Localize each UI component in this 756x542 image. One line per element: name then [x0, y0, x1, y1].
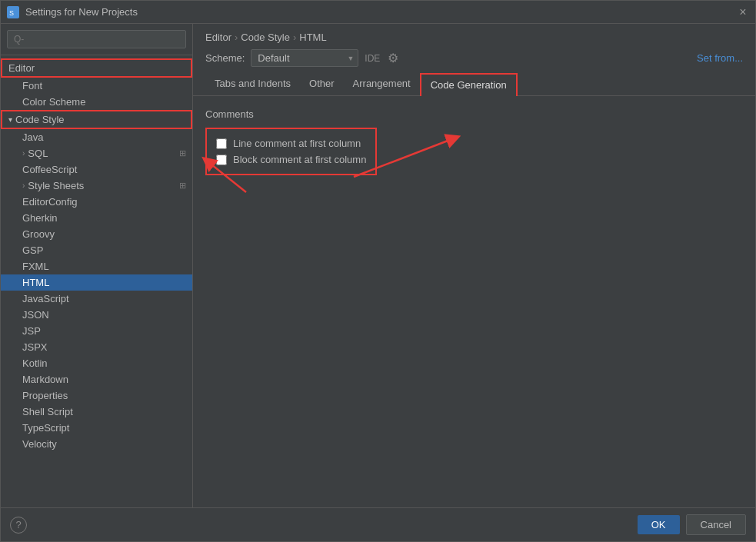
scheme-ide-badge: IDE — [365, 53, 380, 64]
close-button[interactable]: × — [737, 6, 749, 18]
sql-icon: ⊞ — [179, 148, 186, 158]
search-input[interactable] — [7, 30, 186, 48]
sidebar-item-shell-script[interactable]: Shell Script — [1, 404, 192, 420]
sidebar-item-html[interactable]: HTML — [1, 274, 192, 291]
sidebar-item-editor[interactable]: Editor — [1, 58, 192, 78]
settings-dialog: S Settings for New Projects × Editor Fon… — [0, 0, 756, 542]
sidebar-item-jspx[interactable]: JSPX — [1, 339, 192, 355]
line-comment-checkbox[interactable] — [216, 138, 227, 149]
search-box — [1, 24, 192, 55]
comments-box: Line comment at first column Block comme… — [205, 128, 377, 175]
block-comment-row: Block comment at first column — [216, 151, 366, 168]
sidebar-item-typescript[interactable]: TypeScript — [1, 420, 192, 436]
breadcrumb-code-style: Code Style — [241, 32, 290, 43]
gear-button[interactable]: ⚙ — [386, 49, 400, 67]
sidebar-item-java[interactable]: Java — [1, 129, 192, 145]
sidebar-item-groovy[interactable]: Groovy — [1, 226, 192, 242]
scheme-select[interactable]: Default — [251, 49, 358, 67]
footer: ? OK Cancel — [1, 507, 755, 541]
sidebar-item-style-sheets[interactable]: ›Style Sheets ⊞ — [1, 178, 192, 194]
sidebar-item-code-style[interactable]: ▾ Code Style — [1, 110, 192, 129]
sidebar-item-color-scheme[interactable]: Color Scheme — [1, 94, 192, 110]
code-style-label: Code Style — [15, 114, 65, 125]
cancel-button[interactable]: Cancel — [686, 514, 746, 535]
comments-section-label: Comments — [205, 108, 743, 120]
breadcrumb: Editor › Code Style › HTML — [193, 24, 755, 46]
sidebar-item-json[interactable]: JSON — [1, 307, 192, 323]
sql-arrow: › — [22, 149, 25, 158]
sidebar-item-velocity[interactable]: Velocity — [1, 436, 192, 452]
sidebar-item-gsp[interactable]: GSP — [1, 242, 192, 258]
tab-arrangement[interactable]: Arrangement — [344, 73, 420, 95]
sidebar-item-javascript[interactable]: JavaScript — [1, 291, 192, 307]
sidebar-item-properties[interactable]: Properties — [1, 387, 192, 404]
sidebar-item-coffeescript[interactable]: CoffeeScript — [1, 161, 192, 178]
tab-other[interactable]: Other — [300, 73, 344, 95]
sidebar-item-markdown[interactable]: Markdown — [1, 371, 192, 387]
sidebar: Editor Font Color Scheme ▾ Code Style Ja… — [1, 24, 193, 507]
scheme-select-wrap: Default — [251, 49, 358, 67]
sidebar-item-kotlin[interactable]: Kotlin — [1, 355, 192, 371]
titlebar: S Settings for New Projects × — [1, 1, 755, 24]
sidebar-item-fxml[interactable]: FXML — [1, 258, 192, 274]
expand-arrow: ▾ — [8, 115, 12, 124]
sidebar-item-editorconfig[interactable]: EditorConfig — [1, 194, 192, 210]
main-content: Editor › Code Style › HTML Scheme: Defau… — [193, 24, 755, 507]
scheme-label: Scheme: — [205, 52, 245, 64]
window-title: Settings for New Projects — [25, 6, 737, 18]
sidebar-item-gherkin[interactable]: Gherkin — [1, 210, 192, 226]
ok-button[interactable]: OK — [638, 515, 680, 534]
editor-label: Editor — [8, 62, 35, 74]
breadcrumb-html: HTML — [299, 32, 326, 43]
line-comment-label[interactable]: Line comment at first column — [233, 138, 361, 149]
block-comment-checkbox[interactable] — [216, 155, 227, 165]
line-comment-row: Line comment at first column — [216, 135, 366, 151]
svg-text:S: S — [9, 9, 14, 17]
dialog-body: Editor Font Color Scheme ▾ Code Style Ja… — [1, 24, 755, 507]
tab-tabs-indents[interactable]: Tabs and Indents — [205, 73, 300, 95]
sidebar-item-font[interactable]: Font — [1, 78, 192, 94]
tab-code-generation[interactable]: Code Generation — [420, 73, 518, 96]
breadcrumb-sep-1: › — [235, 32, 238, 43]
sidebar-item-sql[interactable]: ›SQL ⊞ — [1, 145, 192, 161]
sidebar-item-jsp[interactable]: JSP — [1, 323, 192, 339]
tree: Editor Font Color Scheme ▾ Code Style Ja… — [1, 55, 192, 507]
tab-content: Comments Line comment at first column Bl… — [193, 96, 755, 507]
breadcrumb-editor: Editor — [205, 32, 231, 43]
set-from-link[interactable]: Set from... — [697, 52, 743, 64]
help-button[interactable]: ? — [10, 517, 27, 534]
block-comment-label[interactable]: Block comment at first column — [233, 154, 366, 165]
stylesheets-icon: ⊞ — [179, 181, 186, 191]
breadcrumb-sep-2: › — [293, 32, 296, 43]
app-icon: S — [7, 6, 19, 18]
scheme-row: Scheme: Default IDE ⚙ Set from... — [193, 46, 755, 73]
tabs-bar: Tabs and Indents Other Arrangement Code … — [193, 73, 755, 96]
